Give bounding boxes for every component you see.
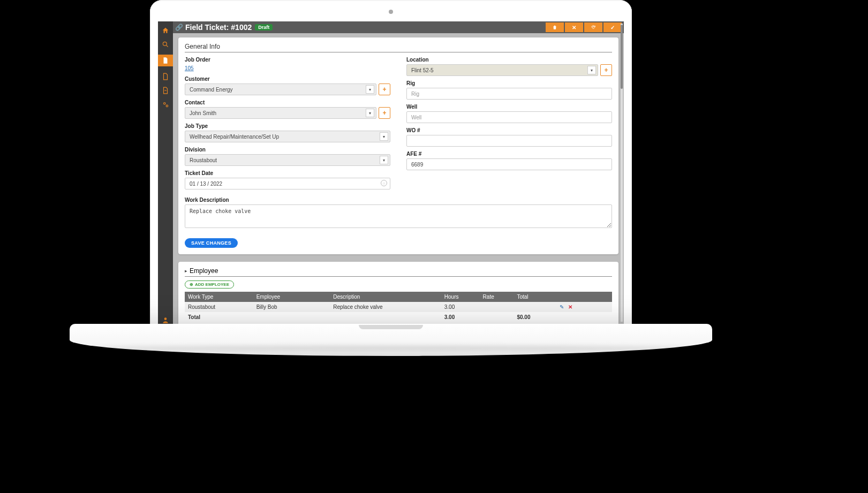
document-icon[interactable] — [158, 55, 173, 66]
col-rate: Rate — [480, 292, 514, 302]
svg-point-0 — [163, 42, 167, 45]
wo-input[interactable] — [406, 135, 612, 147]
afe-input[interactable] — [406, 158, 612, 170]
sidebar — [158, 21, 173, 324]
plus-icon: ⊕ — [190, 282, 193, 287]
content-scroll[interactable]: General Info Job Order 105 Custom — [173, 33, 624, 324]
gears-icon[interactable] — [162, 101, 169, 108]
chevron-down-icon[interactable]: ▾ — [366, 109, 374, 117]
file-icon[interactable] — [162, 73, 169, 80]
laptop-shadow — [75, 343, 707, 406]
chevron-down-icon[interactable]: ▾ — [380, 156, 388, 164]
delete-row-icon[interactable]: ✕ — [568, 304, 572, 310]
col-hours: Hours — [441, 292, 480, 302]
employee-table: Work Type Employee Description Hours Rat… — [185, 292, 612, 322]
location-label: Location — [406, 57, 612, 63]
scrollbar[interactable] — [621, 24, 623, 322]
well-label: Well — [406, 104, 612, 110]
col-description: Description — [330, 292, 441, 302]
svg-point-3 — [164, 317, 167, 320]
job-order-label: Job Order — [185, 57, 390, 63]
home-icon[interactable] — [162, 27, 169, 34]
employee-heading[interactable]: ▸ Employee — [185, 267, 612, 277]
page-title: Field Ticket: #1002 — [185, 23, 252, 32]
titlebar: 🔗 Field Ticket: #1002 Draft ✕ ✓ — [173, 21, 624, 33]
ticket-date-input[interactable] — [185, 178, 390, 189]
user-icon[interactable] — [162, 316, 169, 324]
customer-label: Customer — [185, 76, 390, 82]
employee-card: ▸ Employee ⊕ ADD EMPLOYEE Work Type — [178, 262, 618, 324]
well-input[interactable] — [406, 111, 612, 123]
chevron-down-icon[interactable]: ▾ — [587, 66, 596, 74]
chevron-down-icon[interactable]: ▾ — [366, 85, 374, 94]
confirm-button[interactable]: ✓ — [603, 22, 622, 32]
job-type-label: Job Type — [185, 123, 390, 129]
add-contact-button[interactable]: + — [379, 107, 390, 119]
chevron-right-icon: ▸ — [185, 268, 187, 274]
refresh-button[interactable] — [584, 22, 602, 32]
search-icon[interactable] — [162, 41, 169, 48]
chevron-down-icon[interactable]: ▾ — [380, 132, 388, 141]
add-employee-button[interactable]: ⊕ ADD EMPLOYEE — [185, 280, 234, 289]
rig-label: Rig — [406, 80, 612, 86]
status-badge: Draft — [255, 24, 273, 31]
division-label: Division — [185, 147, 390, 153]
table-total-row: Total 3.00 $0.00 — [185, 312, 612, 322]
job-order-link[interactable]: 105 — [185, 65, 194, 71]
laptop-camera — [389, 10, 393, 14]
job-type-select[interactable] — [185, 131, 390, 142]
col-total: Total — [514, 292, 556, 302]
add-customer-button[interactable]: + — [379, 84, 390, 95]
general-info-heading: General Info — [185, 43, 612, 52]
work-description-label: Work Description — [185, 197, 612, 203]
col-employee: Employee — [253, 292, 330, 302]
laptop-notch — [359, 325, 423, 329]
location-select[interactable] — [406, 64, 598, 76]
wo-label: WO # — [406, 127, 612, 133]
col-actions — [556, 292, 612, 302]
contact-select[interactable] — [185, 107, 376, 119]
add-location-button[interactable]: + — [600, 64, 612, 76]
table-row: Roustabout Billy Bob Replace choke valve… — [185, 302, 612, 312]
afe-label: AFE # — [406, 151, 612, 157]
edit-row-icon[interactable]: ✎ — [560, 304, 564, 310]
svg-point-2 — [166, 105, 168, 107]
close-button[interactable]: ✕ — [565, 22, 583, 32]
customer-select[interactable] — [185, 84, 376, 95]
division-select[interactable] — [185, 154, 390, 166]
clear-date-icon[interactable]: ○ — [381, 180, 387, 186]
col-work-type: Work Type — [185, 292, 253, 302]
save-changes-button[interactable]: SAVE CHANGES — [185, 238, 238, 248]
contact-label: Contact — [185, 100, 390, 105]
link-icon: 🔗 — [175, 24, 183, 31]
general-info-card: General Info Job Order 105 Custom — [178, 37, 618, 254]
rig-input[interactable] — [406, 88, 612, 100]
trash-button[interactable] — [546, 22, 564, 32]
work-description-input[interactable] — [185, 204, 612, 228]
file2-icon[interactable] — [162, 87, 169, 94]
svg-point-1 — [164, 103, 166, 105]
ticket-date-label: Ticket Date — [185, 170, 390, 176]
